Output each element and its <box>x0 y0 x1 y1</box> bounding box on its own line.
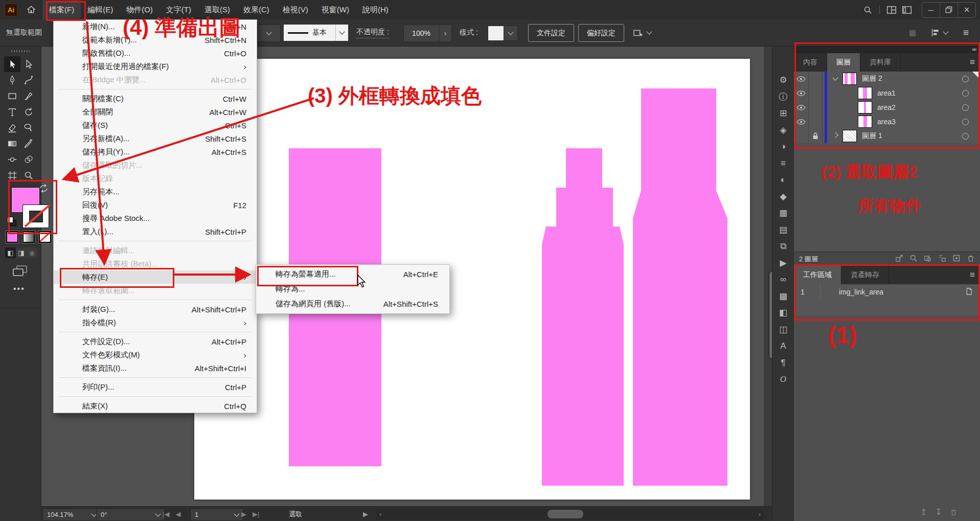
stroke-style-dropdown[interactable]: 基本 <box>284 25 343 41</box>
layer-expand-chevron[interactable] <box>832 78 838 80</box>
file-menu-item-27[interactable]: 文件色彩模式(M)› <box>54 348 257 361</box>
layers-tab-內容[interactable]: 內容 <box>794 53 827 72</box>
artboard-name[interactable]: img_link_area <box>839 288 883 296</box>
export-submenu-item-2[interactable]: 儲存為網頁用 (舊版)...Alt+Shift+Ctrl+S <box>256 297 449 311</box>
search-icon[interactable] <box>860 5 875 15</box>
export-submenu-item-0[interactable]: 轉存為螢幕適用...Alt+Ctrl+E <box>256 267 449 282</box>
file-menu-item-26[interactable]: 文件設定(D)...Alt+Ctrl+P <box>54 335 257 348</box>
lock-empty[interactable] <box>809 115 823 129</box>
file-menu-item-24[interactable]: 指令檔(R)› <box>54 316 257 329</box>
toolbar-grip[interactable] <box>11 50 30 52</box>
collapse-panels-icon[interactable]: »» <box>972 46 976 52</box>
move-down-icon[interactable]: ↧ <box>935 507 942 517</box>
file-menu-item-20[interactable]: 轉存(E)› <box>54 270 257 284</box>
direct-selection-tool[interactable] <box>20 56 37 72</box>
shape-builder-tool[interactable] <box>20 151 37 167</box>
artboard-tool[interactable] <box>4 167 20 183</box>
paragraph-icon[interactable]: ¶ <box>781 358 785 368</box>
file-menu-item-8[interactable]: 儲存(S)Ctrl+S <box>54 119 257 132</box>
edit-toolbar-ellipsis[interactable]: ••• <box>13 284 25 293</box>
gradient-button[interactable] <box>22 231 35 243</box>
opacity-value-field[interactable]: 100% <box>403 25 439 42</box>
color-button[interactable] <box>6 231 18 243</box>
artboard-nav-next[interactable]: ▶▶| <box>241 507 259 521</box>
layer-target-circle[interactable] <box>962 119 969 125</box>
layer-target-circle[interactable] <box>962 76 969 82</box>
visibility-eye-icon[interactable] <box>794 72 809 86</box>
rotate-tool[interactable] <box>20 104 37 120</box>
visibility-eye-icon[interactable] <box>794 115 809 129</box>
layer-row-area3[interactable]: area3 <box>794 115 980 129</box>
lock-empty[interactable] <box>809 72 823 86</box>
artboard-nav-last[interactable]: ▶| <box>253 510 259 518</box>
file-menu-item-32[interactable]: 結束(X)Ctrl+Q <box>54 399 257 413</box>
horizontal-scrollbar-thumb[interactable] <box>548 510 583 518</box>
rectangle-tool[interactable] <box>4 88 20 104</box>
menubar-item-檢視(V)[interactable]: 檢視(V) <box>276 0 315 19</box>
color-guide-icon[interactable]: ◫ <box>779 325 787 335</box>
artboards-tab-工作區域[interactable]: 工作區域 <box>794 266 841 284</box>
rotation-dropdown[interactable]: 0° <box>96 508 165 521</box>
file-menu-item-14[interactable]: 回復(V)F12 <box>54 198 257 212</box>
menubar-item-視窗(W)[interactable]: 視窗(W) <box>315 0 356 19</box>
status-expand-icon[interactable]: ▶ <box>363 507 368 521</box>
file-menu-item-30[interactable]: 列印(P)...Ctrl+P <box>54 380 257 394</box>
export-submenu-item-1[interactable]: 轉存為... <box>256 282 449 297</box>
artboard-row-img_link_area[interactable]: 1img_link_area <box>794 284 980 300</box>
opacity-stepper[interactable]: › <box>439 25 452 42</box>
preferences-button[interactable]: 偏好設定 <box>578 24 624 42</box>
swatches-icon[interactable]: ◧ <box>779 308 787 318</box>
draw-normal-icon[interactable]: ◧ <box>5 247 16 258</box>
type-tool[interactable] <box>4 104 20 120</box>
file-menu-item-3[interactable]: 打開最近使用過的檔案(F)› <box>54 60 257 73</box>
graphic-styles-icon[interactable]: ▦ <box>779 209 787 218</box>
layer-target-circle[interactable] <box>962 90 969 97</box>
lock-empty[interactable] <box>809 100 823 115</box>
layer-target-circle[interactable] <box>962 104 969 111</box>
stroke-style-chevron[interactable] <box>335 25 348 41</box>
align-options-dropdown[interactable] <box>930 19 948 46</box>
visibility-empty[interactable] <box>794 129 809 143</box>
artboard-nav-first[interactable]: |◀◀ <box>163 507 180 521</box>
pattern-icon[interactable]: ▩ <box>779 292 787 302</box>
menubar-item-編輯(E)[interactable]: 編輯(E) <box>81 0 120 19</box>
shaper-tool[interactable] <box>20 120 37 135</box>
snap-options-dropdown[interactable] <box>633 19 651 46</box>
restore-button[interactable] <box>940 3 958 17</box>
transparency-icon[interactable]: ◐ <box>781 175 786 185</box>
layer-thumbnail[interactable] <box>842 130 857 142</box>
lock-icon[interactable] <box>809 129 823 143</box>
width-tool[interactable] <box>4 151 20 167</box>
character-icon[interactable]: A <box>780 342 786 351</box>
artboard-nav-prev[interactable]: ◀ <box>175 510 180 518</box>
lock-empty[interactable] <box>809 86 823 100</box>
default-fill-stroke-icon[interactable] <box>7 217 15 225</box>
layers-tab-圖層[interactable]: 圖層 <box>827 53 860 72</box>
swap-fill-stroke-icon[interactable] <box>39 184 49 193</box>
info-icon[interactable]: ⓘ <box>779 93 788 102</box>
artboards-tab-資產轉存[interactable]: 資產轉存 <box>841 266 889 284</box>
opentype-icon[interactable]: O <box>780 375 786 384</box>
document-setup-button[interactable]: 文件設定 <box>528 24 574 42</box>
menubar-item-效果(C)[interactable]: 效果(C) <box>237 0 276 19</box>
zoom-tool[interactable] <box>20 167 37 183</box>
file-menu-item-13[interactable]: 另存範本... <box>54 185 257 198</box>
transform-icon[interactable]: ⊞ <box>780 109 787 119</box>
file-menu-item-6[interactable]: 關閉檔案(C)Ctrl+W <box>54 92 257 105</box>
layer-name[interactable]: area1 <box>877 89 896 97</box>
home-icon[interactable] <box>25 4 37 16</box>
close-button[interactable]: × <box>958 3 975 17</box>
pathfinder-icon[interactable]: ◈ <box>780 126 786 135</box>
layer-name[interactable]: 圖層 2 <box>862 74 882 83</box>
eraser-tool[interactable] <box>4 120 20 135</box>
minimize-button[interactable]: ─ <box>922 3 940 17</box>
new-layer-icon[interactable] <box>952 254 961 264</box>
trash-icon[interactable] <box>950 508 957 516</box>
links-icon[interactable]: ∞ <box>780 275 786 285</box>
draw-inside-icon[interactable]: ◉ <box>27 247 37 258</box>
stroke-panel-icon[interactable]: ≡ <box>781 159 786 169</box>
gradient-tool[interactable] <box>4 135 20 151</box>
artboards-panel-menu-icon[interactable]: ≡ <box>970 266 980 284</box>
visibility-eye-icon[interactable] <box>794 86 809 100</box>
horizontal-scrollbar[interactable]: ‹ › <box>376 509 764 519</box>
